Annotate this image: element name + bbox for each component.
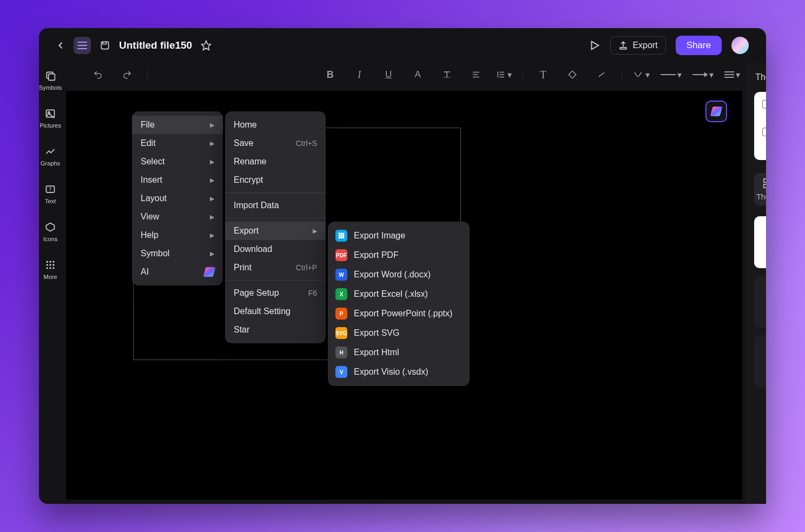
- menu-item-print[interactable]: PrintCtrl+P: [225, 258, 326, 277]
- chevron-down-icon: ▾: [507, 70, 512, 80]
- rail-more[interactable]: More: [44, 258, 57, 280]
- svg-point-21: [49, 267, 51, 269]
- star-icon[interactable]: [201, 40, 212, 51]
- line-style-dd[interactable]: ▾: [633, 70, 650, 80]
- symbols-icon: [44, 69, 57, 82]
- menu-item-import-data[interactable]: Import Data: [225, 196, 326, 215]
- menu-item-encrypt[interactable]: Encrypt: [225, 171, 326, 189]
- align-icon[interactable]: [467, 65, 485, 84]
- menu-item-export-excel-xlsx-[interactable]: XExport Excel (.xlsx): [328, 284, 470, 304]
- svg-rect-8: [49, 74, 55, 81]
- panel-tabs: Theme Color Conne… AaText: [754, 173, 766, 205]
- menu-item-select[interactable]: Select▶: [132, 152, 223, 171]
- svg-rect-40: [763, 128, 766, 136]
- rail-icons[interactable]: Icons: [43, 221, 57, 242]
- export-menu: 🖼Export ImagePDFExport PDFWExport Word (…: [328, 222, 470, 386]
- list-dd[interactable]: ▾: [724, 70, 740, 80]
- bold-icon[interactable]: B: [321, 65, 339, 84]
- svg-rect-9: [47, 110, 55, 117]
- font-color-icon[interactable]: A: [408, 65, 427, 84]
- menu-item-rename[interactable]: Rename: [225, 152, 326, 171]
- file-menu: HomeSaveCtrl+SRenameEncryptImport DataEx…: [225, 111, 326, 343]
- svg-marker-29: [569, 71, 576, 78]
- save-icon[interactable]: [100, 40, 110, 51]
- rail-symbols[interactable]: Symbols: [39, 69, 62, 91]
- text-case-icon[interactable]: [438, 65, 456, 84]
- menu-item-export[interactable]: Export▶: [225, 222, 326, 240]
- menu-item-home[interactable]: Home: [225, 116, 326, 134]
- panel-title: Theme: [755, 72, 766, 82]
- theme-preview[interactable]: text text text text: [754, 92, 766, 160]
- menu-item-insert[interactable]: Insert▶: [132, 171, 223, 189]
- menu-item-page-setup[interactable]: Page SetupF6: [225, 284, 326, 302]
- theme-panel: Theme ✕ text text text text Novel A: [747, 63, 766, 504]
- more-icon: [44, 258, 57, 271]
- ai-assistant-button[interactable]: [705, 101, 727, 122]
- menu-item-export-word-docx-[interactable]: WExport Word (.docx): [328, 265, 470, 284]
- theme-card[interactable]: [754, 335, 766, 387]
- rail-text[interactable]: T Text: [44, 183, 57, 204]
- svg-marker-13: [47, 223, 55, 231]
- icons-icon: [44, 221, 57, 234]
- underline-icon[interactable]: U: [379, 65, 398, 84]
- menu-item-symbol[interactable]: Symbol▶: [132, 244, 223, 263]
- svg-point-14: [47, 261, 48, 263]
- menu-item-layout[interactable]: Layout▶: [132, 189, 223, 208]
- menu-item-download[interactable]: Download: [225, 240, 326, 258]
- menu-button[interactable]: [74, 37, 91, 54]
- insert-text-icon[interactable]: T: [534, 65, 552, 84]
- menu-item-edit[interactable]: Edit▶: [132, 134, 223, 152]
- topbar: Untitled file150 Export Share: [39, 28, 766, 63]
- file-title[interactable]: Untitled file150: [119, 39, 192, 51]
- line-weight-dd[interactable]: ▾: [661, 70, 682, 80]
- menu-item-save[interactable]: SaveCtrl+S: [225, 134, 326, 152]
- connector-icon[interactable]: [592, 65, 611, 84]
- svg-marker-5: [592, 42, 599, 50]
- menu-item-file[interactable]: File▶: [132, 116, 223, 134]
- arrow-dd[interactable]: ▾: [692, 70, 714, 80]
- svg-text:T: T: [49, 187, 52, 192]
- format-toolbar: B I U A ▾ T ▾ ▾ ▾ ▾: [62, 63, 747, 87]
- rail-graphs[interactable]: Graphs: [41, 145, 60, 167]
- share-label: Share: [687, 40, 711, 50]
- avatar[interactable]: [731, 37, 749, 54]
- redo-icon[interactable]: [118, 65, 136, 84]
- svg-point-20: [47, 267, 48, 269]
- theme-card[interactable]: [754, 216, 766, 268]
- svg-rect-46: [764, 179, 766, 182]
- back-button[interactable]: [56, 41, 65, 50]
- menu-item-export-visio-vsdx-[interactable]: VExport Visio (.vsdx): [328, 362, 470, 382]
- menu-item-default-setting[interactable]: Default Setting: [225, 302, 326, 321]
- link-shape-icon[interactable]: [563, 65, 582, 84]
- menu-item-export-image[interactable]: 🖼Export Image: [328, 226, 470, 245]
- menu-item-export-pdf[interactable]: PDFExport PDF: [328, 245, 470, 265]
- svg-rect-48: [764, 184, 766, 188]
- svg-rect-36: [763, 100, 766, 108]
- menu-item-view[interactable]: View▶: [132, 208, 223, 226]
- share-button[interactable]: Share: [676, 36, 722, 55]
- rail-pictures[interactable]: Pictures: [39, 107, 61, 129]
- theme-card[interactable]: [754, 276, 766, 328]
- menu-item-ai[interactable]: AI: [132, 263, 223, 281]
- menu-item-export-html[interactable]: HExport Html: [328, 343, 470, 362]
- text-icon: T: [44, 183, 57, 196]
- svg-point-19: [52, 264, 54, 265]
- svg-marker-4: [202, 41, 211, 50]
- main-menu: File▶Edit▶Select▶Insert▶Layout▶View▶Help…: [132, 111, 223, 285]
- graphs-icon: [44, 145, 57, 158]
- export-button[interactable]: Export: [610, 36, 665, 55]
- menu-item-export-svg[interactable]: SVGExport SVG: [328, 323, 470, 343]
- left-rail: Symbols Pictures Graphs T Text Icons Mor…: [39, 63, 62, 504]
- menu-item-help[interactable]: Help▶: [132, 226, 223, 244]
- svg-point-18: [49, 264, 51, 265]
- svg-rect-6: [620, 48, 626, 49]
- line-spacing-icon[interactable]: ▾: [496, 70, 512, 80]
- menu-item-star[interactable]: Star: [225, 321, 326, 339]
- italic-icon[interactable]: I: [350, 65, 368, 84]
- svg-point-15: [49, 261, 51, 263]
- play-icon[interactable]: [589, 39, 601, 51]
- pictures-icon: [44, 107, 57, 120]
- menu-item-export-powerpoint-pptx-[interactable]: PExport PowerPoint (.pptx): [328, 304, 470, 323]
- undo-icon[interactable]: [89, 65, 107, 84]
- tab-theme[interactable]: Theme: [754, 173, 766, 205]
